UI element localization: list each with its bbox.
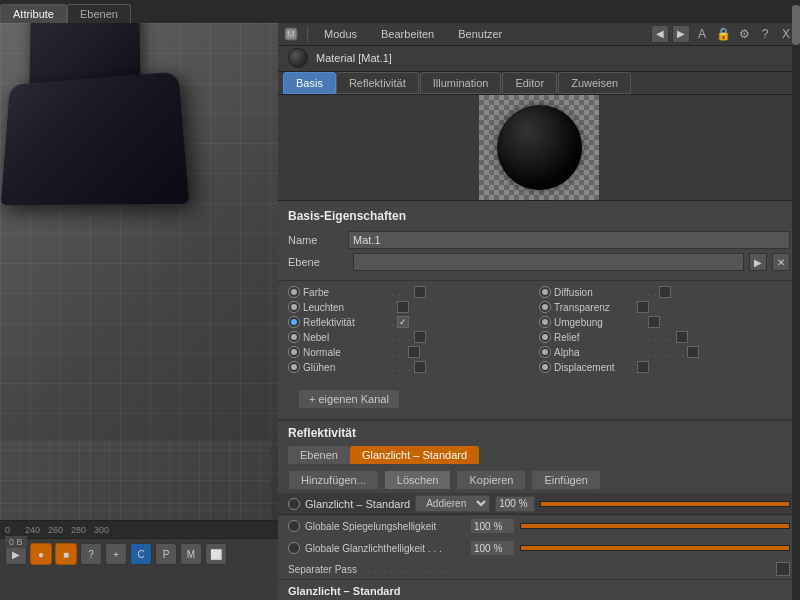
channel-radio-alpha[interactable]	[539, 346, 551, 358]
glob-pct-glanz[interactable]: 100 %	[470, 540, 515, 556]
tab-reflektivitat[interactable]: Reflektivität	[336, 72, 419, 94]
channel-radio-diffusion[interactable]	[539, 286, 551, 298]
svg-text:M: M	[287, 29, 295, 39]
ebene-input[interactable]	[353, 253, 744, 271]
btn-kopieren[interactable]: Kopieren	[456, 470, 526, 490]
toolbar-bearbeiten[interactable]: Bearbeiten	[373, 26, 442, 42]
layer-tab-ebenen[interactable]: Ebenen	[288, 446, 350, 464]
glob-radio-glanz[interactable]	[288, 542, 300, 554]
toolbar-icon-2[interactable]: 🔒	[714, 25, 732, 43]
sep-label: Separater Pass	[288, 564, 357, 575]
channel-check-transparenz[interactable]	[637, 301, 649, 313]
channel-relief: Relief . . . . . . .	[539, 331, 790, 343]
channel-radio-gluhen[interactable]	[288, 361, 300, 373]
channel-check-relief[interactable]	[676, 331, 688, 343]
vp-stop-btn[interactable]: ■	[55, 543, 77, 565]
channel-check-gluhen[interactable]	[414, 361, 426, 373]
channel-check-reflektivitat[interactable]: ✓	[397, 316, 409, 328]
toolbar-icon-3[interactable]: ⚙	[735, 25, 753, 43]
channel-radio-umgebung[interactable]	[539, 316, 551, 328]
btn-einfugen[interactable]: Einfügen	[531, 470, 600, 490]
glob-radio-spiegel[interactable]	[288, 520, 300, 532]
btn-loschen[interactable]: Löschen	[384, 470, 452, 490]
scroll-thumb[interactable]	[792, 23, 800, 45]
channel-name-gluhen: Glühen	[303, 362, 383, 373]
vp-btn-5[interactable]: M	[180, 543, 202, 565]
channel-check-normale[interactable]	[408, 346, 420, 358]
layer-pct-input[interactable]	[495, 496, 535, 512]
glob-pct-spiegel[interactable]: 100 %	[470, 518, 515, 534]
toolbar-benutzer[interactable]: Benutzer	[450, 26, 510, 42]
vp-btn-4[interactable]: P	[155, 543, 177, 565]
glob-row-spiegel: Globale Spiegelungshelligkeit 100 %	[278, 515, 800, 537]
reflektivitat-header: Reflektivität	[278, 421, 800, 443]
channels-grid: Farbe . . . . . Diffusion . . . . Leucht…	[278, 281, 800, 381]
own-channel-btn[interactable]: + eigenen Kanal	[298, 389, 400, 409]
channel-radio-normale[interactable]	[288, 346, 300, 358]
channel-radio-displacement[interactable]	[539, 361, 551, 373]
channel-radio-reflektivitat[interactable]	[288, 316, 300, 328]
channel-check-alpha[interactable]	[687, 346, 699, 358]
channel-check-leuchten[interactable]	[397, 301, 409, 313]
material-tab-bar: Basis Reflektivität Illumination Editor …	[278, 72, 800, 95]
ebene-btn-cross[interactable]: ✕	[772, 253, 790, 271]
channel-dots-farbe: . . . . .	[386, 287, 411, 298]
toolbar-icon-4[interactable]: ?	[756, 25, 774, 43]
tab-editor[interactable]: Editor	[502, 72, 557, 94]
channel-name-leuchten: Leuchten	[303, 302, 383, 313]
vp-record-btn[interactable]: ●	[30, 543, 52, 565]
channel-dots-normale: . . . .	[386, 347, 405, 358]
btn-hinzufugen[interactable]: Hinzufügen...	[288, 470, 379, 490]
layer-mode-select[interactable]: Addieren	[415, 495, 490, 512]
glob-slider-spiegel[interactable]	[520, 523, 790, 529]
channel-check-umgebung[interactable]	[648, 316, 660, 328]
channel-radio-nebel[interactable]	[288, 331, 300, 343]
toolbar-modus[interactable]: Modus	[316, 26, 365, 42]
material-icon: M	[283, 26, 299, 42]
toolbar-sep-1	[307, 26, 308, 42]
glob-slider-glanz[interactable]	[520, 545, 790, 551]
channel-check-displacement[interactable]	[637, 361, 649, 373]
channel-check-nebel[interactable]	[414, 331, 426, 343]
channel-displacement: Displacement	[539, 361, 790, 373]
channel-radio-transparenz[interactable]	[539, 301, 551, 313]
vp-btn-2[interactable]: +	[105, 543, 127, 565]
preview-area	[278, 95, 800, 201]
scrollbar[interactable]	[792, 23, 800, 600]
layer-percent	[495, 496, 535, 512]
ruler-mark: 240	[25, 525, 40, 535]
tab-zuweisen[interactable]: Zuweisen	[558, 72, 631, 94]
channel-radio-relief[interactable]	[539, 331, 551, 343]
channel-check-farbe[interactable]	[414, 286, 426, 298]
toolbar-right: ◀ ▶ A 🔒 ⚙ ? X	[651, 25, 795, 43]
ebene-btn-right[interactable]: ▶	[749, 253, 767, 271]
channel-check-diffusion[interactable]	[659, 286, 671, 298]
channel-name-transparenz: Transparenz	[554, 302, 634, 313]
properties-section: Basis-Eigenschaften Name Ebene ▶ ✕	[278, 201, 800, 281]
channel-radio-farbe[interactable]	[288, 286, 300, 298]
vp-btn-1[interactable]: ?	[80, 543, 102, 565]
channel-dots-reflektivitat: . .	[386, 317, 394, 328]
layer-actions: Hinzufügen... Löschen Kopieren Einfügen	[278, 467, 800, 493]
toolbar-icon-1[interactable]: A	[693, 25, 711, 43]
reflektivitat-section: Reflektivität Ebenen Glanzlicht – Standa…	[278, 420, 800, 600]
sep-check[interactable]	[776, 562, 790, 576]
nav-back-btn[interactable]: ◀	[651, 25, 669, 43]
layer-tab-glanz[interactable]: Glanzlicht – Standard	[350, 446, 479, 464]
vp-btn-3[interactable]: C	[130, 543, 152, 565]
channel-reflektivitat: Reflektivität . . ✓	[288, 316, 539, 328]
nav-forward-btn[interactable]: ▶	[672, 25, 690, 43]
channel-radio-leuchten[interactable]	[288, 301, 300, 313]
name-input[interactable]	[348, 231, 790, 249]
layer-slider[interactable]	[540, 501, 790, 507]
vp-btn-6[interactable]: ⬜	[205, 543, 227, 565]
tab-illumination[interactable]: Illumination	[420, 72, 502, 94]
channel-umgebung: Umgebung . .	[539, 316, 790, 328]
tab-ebenen[interactable]: Ebenen	[67, 4, 131, 23]
channel-name-diffusion: Diffusion	[554, 287, 634, 298]
layer-item-radio[interactable]	[288, 498, 300, 510]
tab-basis[interactable]: Basis	[283, 72, 336, 94]
tab-attribute[interactable]: Attribute	[0, 4, 67, 23]
chair-cushion	[1, 72, 189, 206]
glob-slider-fill-glanz	[521, 546, 789, 550]
